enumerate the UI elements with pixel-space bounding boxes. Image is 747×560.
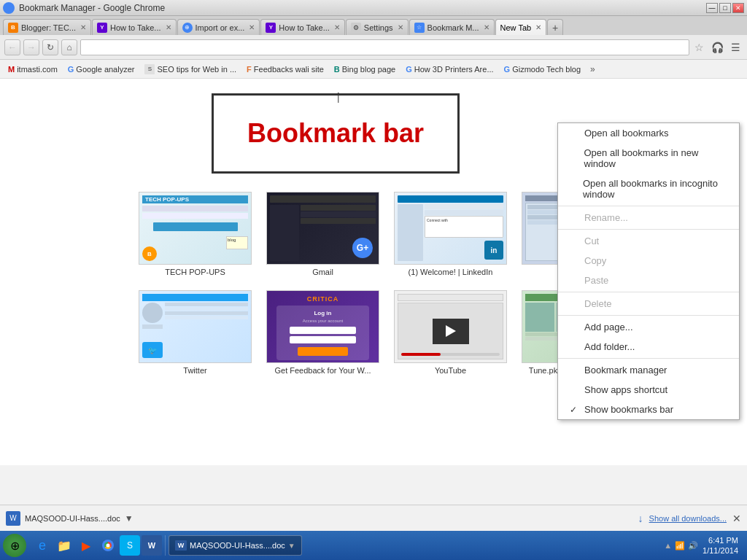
bookmark-star-icon[interactable]: ☆ bbox=[692, 42, 706, 53]
tray-volume-icon[interactable]: 🔊 bbox=[688, 541, 698, 551]
bookmark-gizmodo[interactable]: G Gizmodo Tech blog bbox=[500, 63, 585, 75]
bookmark-3dprinters[interactable]: G How 3D Printers Are... bbox=[402, 63, 497, 75]
headphone-icon[interactable]: 🎧 bbox=[709, 42, 726, 53]
maximize-button[interactable]: □ bbox=[719, 3, 731, 13]
tab-howtotake2[interactable]: Y How to Take... ✕ bbox=[260, 19, 345, 35]
taskbar: ⊕ e 📁 ▶ S W W MAQSOOD-UI-Hass....doc ▼ ▲… bbox=[0, 531, 747, 560]
ctx-label-cut: Cut bbox=[584, 236, 599, 246]
ctx-delete[interactable]: Delete bbox=[558, 294, 739, 314]
start-button[interactable]: ⊕ bbox=[3, 534, 26, 557]
taskbar-wmp-icon[interactable]: ▶ bbox=[76, 535, 96, 556]
reload-button[interactable]: ↻ bbox=[42, 39, 58, 55]
tab-howtotake1[interactable]: Y How to Take... ✕ bbox=[92, 19, 177, 35]
tab-close-newtab[interactable]: ✕ bbox=[535, 23, 541, 31]
bookmark-bar-label: Bookmark bar bbox=[247, 118, 424, 149]
tab-bookmark-manager[interactable]: ☆ Bookmark M... ✕ bbox=[409, 19, 495, 35]
tab-close-howtotake2[interactable]: ✕ bbox=[334, 23, 340, 31]
thumb-label-linkedin: (1) Welcome! | LinkedIn bbox=[409, 268, 493, 276]
thumbnail-critici[interactable]: CRITICA Log in Access your account Get F… bbox=[266, 290, 379, 375]
bookmark-feedbacks[interactable]: F Feedbacks wali site bbox=[243, 63, 328, 75]
ctx-rename[interactable]: Rename... bbox=[558, 208, 739, 228]
tab-close-bookmark-manager[interactable]: ✕ bbox=[484, 23, 489, 31]
thumbnail-linkedin[interactable]: Connect with in (1) Welcome! | LinkedIn bbox=[394, 192, 507, 276]
ctx-show-apps[interactable]: Show apps shortcut bbox=[558, 380, 739, 400]
taskbar-ie-icon[interactable]: e bbox=[32, 535, 53, 556]
bookmark-label-gizmodo: Gizmodo Tech blog bbox=[512, 65, 581, 74]
download-item-doc: W MAQSOOD-UI-Hass....doc ▼ bbox=[6, 511, 133, 526]
taskbar-chrome-icon[interactable] bbox=[98, 535, 118, 556]
tray-network-icon[interactable]: 📶 bbox=[675, 541, 685, 551]
bookmark-label-feedbacks: Feedbacks wali site bbox=[254, 65, 324, 74]
ctx-open-all-new-window[interactable]: Open all bookmarks in new window bbox=[558, 143, 739, 174]
ctx-add-page[interactable]: Add page... bbox=[558, 317, 739, 337]
close-button[interactable]: ✕ bbox=[732, 3, 744, 13]
download-arrow-icon: ↓ bbox=[638, 513, 643, 524]
address-bar: ← → ↻ ⌂ ☆ 🎧 ☰ bbox=[0, 35, 747, 60]
svg-point-1 bbox=[107, 544, 110, 548]
bookmark-google-analyzer[interactable]: G Google analyzer bbox=[64, 63, 139, 75]
tab-settings[interactable]: ⚙ Settings ✕ bbox=[346, 19, 409, 35]
arrow-indicator: ↑ bbox=[334, 86, 343, 106]
tray-icons: ▲ 📶 🔊 bbox=[664, 541, 698, 551]
tab-close-importex[interactable]: ✕ bbox=[249, 23, 255, 31]
chrome-favicon bbox=[3, 2, 15, 14]
tab-label-newtab: New Tab bbox=[500, 23, 532, 32]
taskbar-skype-icon[interactable]: S bbox=[120, 535, 140, 556]
ctx-check-show-bar: ✓ bbox=[570, 405, 580, 415]
thumbnail-tech-popups[interactable]: TECH POP-UPS blog B TECH POP-UPS bbox=[139, 192, 252, 276]
title-bar-left: Bookmark Manager - Google Chrome bbox=[3, 2, 165, 14]
ctx-paste[interactable]: Paste bbox=[558, 271, 739, 290]
tray-up-arrow-icon[interactable]: ▲ bbox=[664, 541, 672, 550]
ctx-label-open-all: Open all bookmarks bbox=[584, 128, 669, 139]
bookmark-favicon-google: G bbox=[68, 65, 74, 74]
back-button[interactable]: ← bbox=[4, 39, 20, 55]
taskbar-explorer-icon[interactable]: 📁 bbox=[54, 535, 74, 556]
tab-label-howtotake1: How to Take... bbox=[110, 23, 161, 32]
window-controls[interactable]: — □ ✕ bbox=[706, 3, 744, 13]
bookmark-bing[interactable]: B Bing blog page bbox=[330, 63, 399, 75]
tray-time-display[interactable]: 6:41 PM 1/11/2014 bbox=[703, 535, 738, 556]
thumb-img-twitter: 🐦 bbox=[139, 290, 252, 363]
ctx-copy[interactable]: Copy bbox=[558, 251, 739, 271]
bookmark-favicon-3dprinters: G bbox=[406, 65, 412, 74]
tab-blogger[interactable]: B Blogger: TEC... ✕ bbox=[3, 19, 91, 35]
thumbnail-gmail[interactable]: G+ Gmail bbox=[266, 192, 379, 276]
tab-importex[interactable]: ⊕ Import or ex... ✕ bbox=[177, 19, 260, 35]
bookmark-itmasti[interactable]: M itmasti.com bbox=[4, 63, 61, 75]
taskbar-doc-chevron-icon[interactable]: ▼ bbox=[288, 542, 295, 550]
new-tab-button[interactable]: + bbox=[547, 19, 563, 35]
show-all-downloads-link[interactable]: Show all downloads... bbox=[649, 514, 727, 523]
thumbnail-twitter[interactable]: 🐦 Twitter bbox=[139, 290, 252, 375]
thumb-label-twitter: Twitter bbox=[183, 366, 206, 375]
tab-favicon-blogger: B bbox=[8, 23, 18, 33]
tab-close-blogger[interactable]: ✕ bbox=[80, 23, 86, 31]
context-menu: Open all bookmarks Open all bookmarks in… bbox=[557, 122, 740, 420]
tab-close-settings[interactable]: ✕ bbox=[398, 23, 403, 31]
ctx-open-incognito[interactable]: Open all bookmarks in incognito window bbox=[558, 174, 739, 204]
bookmark-favicon-feedbacks: F bbox=[247, 65, 252, 74]
thumbnail-youtube[interactable]: YouTube bbox=[394, 290, 507, 375]
bookmark-seo[interactable]: S SEO tips for Web in ... bbox=[141, 63, 240, 76]
download-bar-close-icon[interactable]: ✕ bbox=[732, 513, 741, 524]
tab-favicon-settings: ⚙ bbox=[351, 23, 361, 33]
download-chevron-icon[interactable]: ▼ bbox=[125, 513, 133, 524]
home-button[interactable]: ⌂ bbox=[61, 39, 77, 55]
tab-newtab[interactable]: New Tab ✕ bbox=[495, 19, 547, 35]
ctx-add-folder[interactable]: Add folder... bbox=[558, 337, 739, 357]
ctx-label-rename: Rename... bbox=[584, 212, 628, 223]
tab-close-howtotake1[interactable]: ✕ bbox=[166, 23, 171, 31]
taskbar-doc-program[interactable]: W MAQSOOD-UI-Hass....doc ▼ bbox=[169, 535, 302, 556]
url-input[interactable] bbox=[80, 39, 689, 55]
chrome-menu-icon[interactable]: ☰ bbox=[729, 42, 743, 53]
ctx-show-bookmarks-bar[interactable]: ✓ Show bookmarks bar bbox=[558, 400, 739, 419]
ctx-open-all[interactable]: Open all bookmarks bbox=[558, 123, 739, 143]
thumb-label-critici: Get Feedback for Your W... bbox=[274, 366, 371, 375]
bookmark-label-3dprinters: How 3D Printers Are... bbox=[414, 65, 494, 74]
taskbar-word-icon[interactable]: W bbox=[142, 535, 162, 556]
ctx-label-show-bookmarks-bar: Show bookmarks bar bbox=[584, 404, 673, 415]
bookmarks-overflow-button[interactable]: » bbox=[587, 63, 598, 76]
ctx-bookmark-manager[interactable]: Bookmark manager bbox=[558, 360, 739, 380]
forward-button[interactable]: → bbox=[23, 39, 39, 55]
ctx-cut[interactable]: Cut bbox=[558, 231, 739, 251]
minimize-button[interactable]: — bbox=[706, 3, 718, 13]
